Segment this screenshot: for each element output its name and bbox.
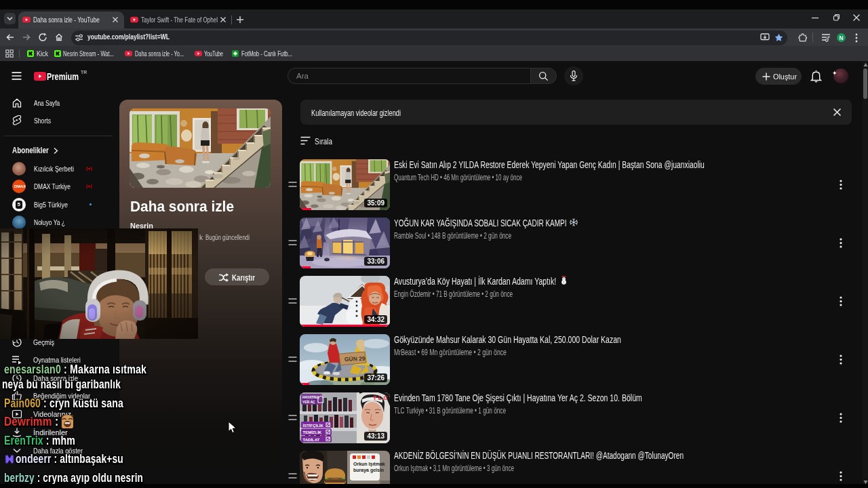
svg-text:YER AÇ: YER AÇ (302, 399, 315, 403)
svg-text:buraya gelsin: buraya gelsin (353, 468, 384, 473)
svg-text:TLC: TLC (373, 394, 389, 401)
svg-text:HAYATINA: HAYATINA (302, 395, 319, 399)
svg-text:İSTİFÇİLİK: İSTİFÇİLİK (303, 423, 324, 427)
svg-text:Orkun Işıtmak: Orkun Işıtmak (353, 462, 385, 467)
svg-text:TEMİZLİK: TEMİZLİK (303, 430, 322, 434)
svg-text:TADİLAT: TADİLAT (303, 437, 320, 441)
svg-text:GÜN 29: GÜN 29 (344, 354, 366, 362)
